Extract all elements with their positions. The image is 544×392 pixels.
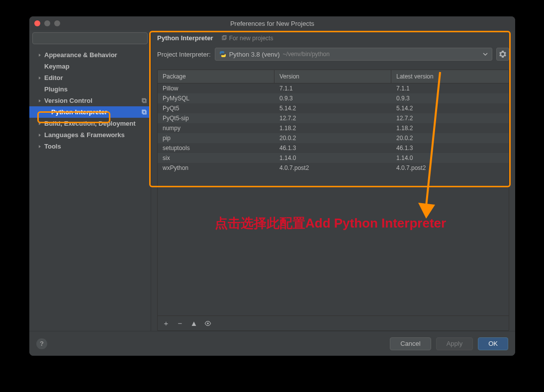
maximize-window-button[interactable]	[54, 20, 60, 26]
sidebar-item[interactable]: Build, Execution, Deployment	[29, 118, 151, 129]
preferences-window: Preferences for New Projects Appearance …	[29, 16, 515, 356]
table-cell: 7.1.1	[391, 85, 509, 92]
table-cell: 1.18.2	[274, 125, 391, 132]
settings-tree: Appearance & BehaviorKeymapEditorPlugins…	[29, 46, 151, 331]
table-header: Package Version Latest version	[158, 70, 509, 83]
expand-arrow-icon	[37, 76, 42, 80]
sidebar-item[interactable]: Tools	[29, 141, 151, 152]
sidebar-item-label: Editor	[44, 74, 63, 81]
table-cell: numpy	[158, 125, 274, 132]
eye-icon	[204, 320, 211, 326]
table-row[interactable]: PyQt55.14.25.14.2	[158, 103, 509, 113]
table-row[interactable]: PyQt5-sip12.7.212.7.2	[158, 113, 509, 123]
interpreter-label: Project Interpreter:	[157, 51, 211, 58]
help-button[interactable]: ?	[36, 338, 47, 349]
table-cell: 20.0.2	[391, 135, 509, 142]
table-cell: PyQt5-sip	[158, 115, 274, 122]
expand-arrow-icon	[37, 121, 42, 126]
packages-table: Package Version Latest version Pillow7.1…	[157, 70, 509, 331]
expand-arrow-icon	[37, 53, 42, 58]
table-cell: 20.0.2	[274, 135, 391, 142]
upgrade-package-button[interactable]: ▲	[190, 320, 197, 327]
table-cell: wxPython	[158, 164, 274, 171]
table-cell: 12.7.2	[391, 115, 509, 122]
main-panel: Python Interpreter For new projects Proj…	[151, 30, 515, 331]
panel-subtitle: For new projects	[221, 35, 273, 42]
table-row[interactable]: wxPython4.0.7.post24.0.7.post2	[158, 163, 509, 173]
interpreter-settings-button[interactable]	[496, 48, 509, 61]
sidebar-item[interactable]: Plugins	[29, 83, 151, 95]
table-row[interactable]: numpy1.18.21.18.2	[158, 123, 509, 133]
sidebar-item-label: Languages & Frameworks	[44, 131, 125, 139]
dialog-body: Appearance & BehaviorKeymapEditorPlugins…	[29, 30, 515, 331]
table-cell: PyQt5	[158, 105, 274, 112]
table-cell: 0.9.3	[274, 95, 391, 102]
sidebar-item-label: Tools	[44, 143, 61, 150]
column-package[interactable]: Package	[158, 70, 274, 83]
column-version[interactable]: Version	[274, 70, 391, 83]
table-cell: 1.14.0	[391, 155, 509, 161]
column-latest[interactable]: Latest version	[391, 70, 509, 83]
ok-button[interactable]: OK	[478, 337, 508, 350]
python-icon	[219, 51, 226, 58]
table-cell: setuptools	[158, 145, 274, 152]
table-cell: 12.7.2	[274, 115, 391, 122]
cancel-button[interactable]: Cancel	[390, 337, 431, 350]
table-cell: 5.14.2	[274, 105, 391, 112]
dialog-footer: ? Cancel Apply OK	[29, 331, 515, 356]
sidebar: Appearance & BehaviorKeymapEditorPlugins…	[29, 30, 151, 331]
table-cell: Pillow	[158, 85, 274, 92]
sidebar-item-label: Version Control	[44, 97, 92, 104]
add-package-button[interactable]: +	[163, 320, 170, 327]
panel-title: Python Interpreter	[157, 34, 213, 42]
sidebar-item-label: Python Interpreter	[51, 108, 107, 116]
interpreter-row: Project Interpreter: Python 3.8 (venv) ~…	[151, 45, 515, 64]
sidebar-item[interactable]: Python Interpreter⧉	[29, 106, 151, 118]
sidebar-item[interactable]: Editor	[29, 72, 151, 83]
sidebar-item[interactable]: Version Control⧉	[29, 95, 151, 106]
table-row[interactable]: pip20.0.220.0.2	[158, 133, 509, 143]
table-cell: 5.14.2	[391, 105, 509, 112]
panel-header: Python Interpreter For new projects	[151, 30, 515, 45]
table-row[interactable]: Pillow7.1.17.1.1	[158, 83, 509, 93]
traffic-lights	[34, 20, 60, 26]
table-cell: 4.0.7.post2	[274, 164, 391, 171]
titlebar: Preferences for New Projects	[29, 16, 515, 30]
interpreter-path: ~/venv/bin/python	[283, 51, 330, 58]
table-cell: 4.0.7.post2	[391, 164, 509, 171]
table-cell: 7.1.1	[274, 85, 391, 92]
table-cell: six	[158, 155, 274, 161]
table-toolbar: + − ▲	[158, 315, 509, 330]
sidebar-item-label: Plugins	[44, 85, 68, 93]
sidebar-item[interactable]: Keymap	[29, 61, 151, 72]
expand-arrow-icon	[37, 144, 42, 149]
sidebar-item[interactable]: Languages & Frameworks	[29, 129, 151, 141]
table-cell: 46.1.3	[274, 145, 391, 152]
sidebar-item-label: Appearance & Behavior	[44, 51, 117, 59]
remove-package-button[interactable]: −	[177, 320, 183, 327]
svg-point-4	[207, 322, 209, 324]
search-input[interactable]	[32, 32, 148, 44]
search-box	[32, 32, 148, 44]
table-cell: 1.18.2	[391, 125, 509, 132]
table-cell: 1.14.0	[274, 155, 391, 161]
window-title: Preferences for New Projects	[230, 20, 314, 27]
table-cell: 46.1.3	[391, 145, 509, 152]
table-cell: pip	[158, 135, 274, 142]
table-row[interactable]: six1.14.01.14.0	[158, 153, 509, 163]
table-cell: 0.9.3	[391, 95, 509, 102]
show-early-releases-button[interactable]	[204, 320, 211, 327]
table-cell: PyMySQL	[158, 95, 274, 102]
expand-arrow-icon	[37, 133, 42, 138]
minimize-window-button[interactable]	[44, 20, 50, 26]
close-window-button[interactable]	[34, 20, 40, 26]
sidebar-item-label: Build, Execution, Deployment	[44, 120, 135, 127]
interpreter-name: Python 3.8 (venv)	[229, 51, 280, 58]
expand-arrow-icon	[37, 98, 42, 103]
interpreter-dropdown[interactable]: Python 3.8 (venv) ~/venv/bin/python	[215, 48, 492, 61]
table-row[interactable]: PyMySQL0.9.30.9.3	[158, 93, 509, 103]
sidebar-item[interactable]: Appearance & Behavior	[29, 49, 151, 61]
table-row[interactable]: setuptools46.1.346.1.3	[158, 143, 509, 153]
sidebar-item-label: Keymap	[44, 63, 70, 70]
table-body: Pillow7.1.17.1.1PyMySQL0.9.30.9.3PyQt55.…	[158, 83, 509, 315]
